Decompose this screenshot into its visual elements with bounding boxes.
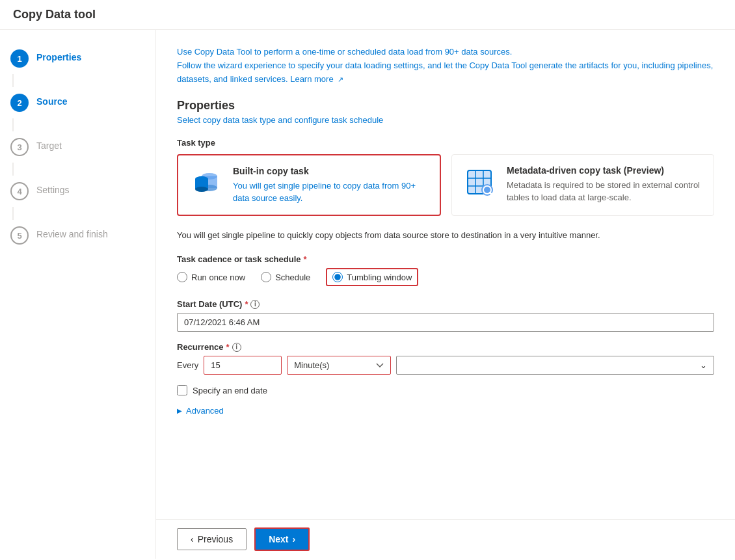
radio-option-schedule[interactable]: Schedule: [261, 272, 310, 282]
main-layout: 1 Properties 2 Source 3 Target 4 Setting…: [0, 30, 735, 559]
recurrence-label: Recurrence * i: [177, 342, 714, 352]
task-card-metadata[interactable]: Metadata-driven copy task (Preview) Meta…: [451, 154, 714, 215]
radio-tumbling-window[interactable]: [332, 272, 343, 282]
task-type-label: Task type: [177, 138, 714, 148]
sidebar-item-review[interactable]: 5 Review and finish: [0, 220, 155, 251]
content-body: Use Copy Data Tool to perform a one-time…: [156, 30, 735, 519]
every-label: Every: [177, 360, 198, 370]
sidebar-item-target[interactable]: 3 Target: [0, 131, 155, 163]
sidebar: 1 Properties 2 Source 3 Target 4 Setting…: [0, 30, 156, 559]
next-label: Next: [269, 534, 288, 544]
section-title: Properties: [177, 99, 714, 113]
step-label-target: Target: [36, 138, 62, 151]
task-cadence-label: Task cadence or task schedule *: [177, 254, 714, 264]
intro-line1: Use Copy Data Tool to perform a one-time…: [177, 46, 714, 59]
previous-button[interactable]: ‹ Previous: [177, 528, 247, 550]
step-circle-5: 5: [10, 226, 29, 245]
app-title: Copy Data tool: [13, 8, 96, 21]
step-label-source: Source: [36, 94, 67, 107]
recurrence-required-star: *: [226, 342, 230, 352]
next-chevron-icon: ›: [293, 534, 296, 544]
start-date-info-icon[interactable]: i: [250, 300, 260, 309]
radio-option-run-once[interactable]: Run once now: [177, 272, 245, 282]
main-content: Use Copy Data Tool to perform a one-time…: [156, 30, 735, 559]
builtin-card-content: Built-in copy task You will get single p…: [233, 166, 429, 204]
metadata-copy-icon: [462, 165, 496, 201]
start-date-row: Start Date (UTC) * i: [177, 299, 714, 332]
end-date-checkbox[interactable]: [177, 385, 187, 395]
end-date-label[interactable]: Specify an end date: [193, 386, 267, 395]
step-circle-1: 1: [10, 49, 29, 68]
builtin-card-title: Built-in copy task: [233, 166, 429, 176]
previous-label: Previous: [198, 534, 233, 544]
task-card-builtin[interactable]: Built-in copy task You will get single p…: [177, 154, 441, 215]
radio-schedule[interactable]: [261, 272, 271, 282]
radio-label-tumbling: Tumbling window: [347, 273, 412, 282]
metadata-card-desc: Metadata is required to be stored in ext…: [507, 180, 703, 203]
end-date-checkbox-row: Specify an end date: [177, 385, 714, 395]
sidebar-item-settings[interactable]: 4 Settings: [0, 176, 155, 207]
start-date-input[interactable]: [177, 313, 714, 332]
learn-more-link[interactable]: Learn more ↗: [290, 74, 343, 84]
step-circle-3: 3: [10, 138, 29, 156]
radio-label-run-once: Run once now: [191, 273, 245, 282]
step-connector-3: [12, 163, 14, 176]
section-subtitle: Select copy data task type and configure…: [177, 115, 714, 125]
previous-chevron-icon: ‹: [191, 534, 194, 544]
radio-option-tumbling[interactable]: Tumbling window: [326, 268, 418, 286]
cadence-required-star: *: [304, 254, 307, 264]
task-cadence-row: Task cadence or task schedule * Run once…: [177, 254, 714, 286]
task-cards: Built-in copy task You will get single p…: [177, 154, 714, 215]
step-connector-4: [12, 207, 14, 220]
advanced-row[interactable]: ▶ Advanced: [177, 406, 714, 416]
next-button[interactable]: Next ›: [254, 527, 310, 551]
footer: ‹ Previous Next ›: [156, 519, 735, 559]
sidebar-item-source[interactable]: 2 Source: [0, 87, 155, 118]
step-connector-1: [12, 74, 14, 87]
builtin-copy-icon: [189, 166, 222, 202]
recurrence-input-row: Every Minute(s) Hour(s) Day(s) Week(s) M…: [177, 356, 714, 375]
start-date-required-star: *: [245, 299, 248, 309]
start-date-label: Start Date (UTC) * i: [177, 299, 714, 309]
radio-label-schedule: Schedule: [275, 273, 310, 282]
step-label-properties: Properties: [36, 49, 81, 62]
radio-group-cadence: Run once now Schedule Tumbling window: [177, 268, 714, 286]
step-circle-4: 4: [10, 182, 29, 200]
radio-run-once[interactable]: [177, 272, 187, 282]
recurrence-number-input[interactable]: [204, 356, 282, 375]
recurrence-extra-chevron-icon: ⌄: [700, 360, 707, 370]
sidebar-item-properties[interactable]: 1 Properties: [0, 43, 155, 74]
intro-line2: Follow the wizard experience to specify …: [177, 59, 714, 87]
advanced-chevron-icon: ▶: [177, 407, 182, 414]
builtin-card-desc: You will get single pipeline to copy dat…: [233, 180, 429, 204]
advanced-label: Advanced: [186, 406, 224, 416]
svg-point-5: [195, 187, 208, 192]
external-link-icon: ↗: [338, 75, 343, 83]
step-label-settings: Settings: [36, 182, 70, 195]
step-circle-2: 2: [10, 94, 29, 112]
description-text: You will get single pipeline to quickly …: [177, 229, 714, 242]
step-connector-2: [12, 118, 14, 131]
recurrence-unit-select[interactable]: Minute(s) Hour(s) Day(s) Week(s) Month(s…: [287, 356, 391, 375]
recurrence-row-container: Recurrence * i Every Minute(s) Hour(s) D…: [177, 342, 714, 375]
app-header: Copy Data tool: [0, 0, 735, 30]
step-label-review: Review and finish: [36, 226, 108, 239]
recurrence-extra-dropdown[interactable]: ⌄: [396, 356, 714, 375]
metadata-card-title: Metadata-driven copy task (Preview): [507, 165, 703, 176]
metadata-card-content: Metadata-driven copy task (Preview) Meta…: [507, 165, 703, 203]
intro-text: Use Copy Data Tool to perform a one-time…: [177, 46, 714, 86]
recurrence-info-icon[interactable]: i: [232, 343, 241, 352]
